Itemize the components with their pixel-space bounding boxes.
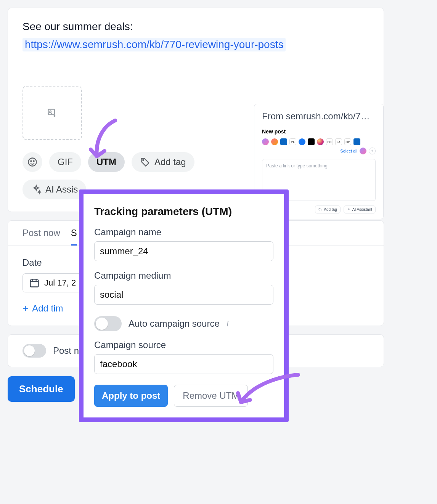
compose-link[interactable]: https://www.semrush.com/kb/770-reviewing… — [22, 38, 286, 51]
svg-point-3 — [31, 161, 31, 162]
profile-avatar[interactable] — [271, 138, 278, 145]
composer-card: See our summer deals: https://www.semrus… — [8, 8, 384, 212]
add-time-label: Add tim — [32, 303, 63, 314]
profile-avatar[interactable]: PL — [289, 138, 296, 145]
gif-button[interactable]: GIF — [49, 152, 81, 172]
add-profile-button[interactable]: + — [369, 148, 376, 154]
preview-from-text: From semrush.com/kb/7… — [262, 111, 376, 122]
apply-to-post-button[interactable]: Apply to post — [94, 385, 168, 407]
date-picker[interactable]: Jul 17, 2 — [22, 273, 84, 292]
profile-avatar-x[interactable] — [308, 138, 315, 145]
add-tag-label: Add tag — [154, 157, 186, 167]
campaign-source-input[interactable] — [94, 354, 273, 374]
info-icon[interactable]: i — [227, 319, 229, 329]
utm-popover: Tracking parameters (UTM) Campaign name … — [79, 189, 289, 422]
campaign-name-input[interactable] — [94, 241, 273, 261]
plus-icon: + — [22, 302, 28, 314]
sparkle-icon — [31, 184, 42, 195]
post-multiple-label: Post n — [53, 345, 79, 356]
media-upload-dropzone[interactable] — [22, 86, 82, 140]
profile-avatar-linkedin[interactable] — [353, 138, 360, 145]
profile-avatar[interactable]: OP — [344, 138, 351, 145]
campaign-source-label: Campaign source — [94, 340, 273, 350]
profile-avatar[interactable]: JA — [335, 138, 342, 145]
add-tag-button[interactable]: Add tag — [132, 152, 194, 172]
tab-post-now[interactable]: Post now — [22, 228, 60, 246]
auto-source-toggle[interactable] — [94, 316, 122, 331]
campaign-medium-label: Campaign medium — [94, 270, 273, 281]
utm-actions: Apply to post Remove UTM — [94, 385, 273, 407]
sparkle-icon — [347, 208, 351, 212]
remove-utm-button[interactable]: Remove UTM — [174, 385, 248, 407]
ai-assistant-label: AI Assis — [45, 184, 78, 195]
calendar-icon — [29, 278, 40, 288]
profile-avatar-instagram[interactable] — [317, 138, 324, 145]
auto-source-row: Auto campaign source i — [94, 316, 273, 331]
date-value: Jul 17, 2 — [44, 278, 76, 288]
compose-prefix-text: See our summer deals: — [22, 19, 369, 35]
svg-point-5 — [143, 159, 144, 161]
image-add-icon — [47, 108, 58, 118]
preview-ai-assistant-chip[interactable]: AI Assistant — [344, 205, 376, 213]
tag-icon — [318, 208, 322, 212]
utm-button[interactable]: UTM — [88, 152, 125, 172]
preview-add-tag-label: Add tag — [324, 207, 337, 212]
post-multiple-toggle[interactable] — [22, 344, 46, 358]
utm-popover-title: Tracking parameters (UTM) — [94, 205, 273, 218]
svg-rect-6 — [31, 280, 39, 287]
emoji-icon — [27, 157, 38, 167]
svg-point-2 — [29, 158, 37, 166]
schedule-button[interactable]: Schedule — [8, 376, 75, 402]
profile-avatar-row: PL FO JA OP Select all + — [262, 138, 376, 154]
auto-source-label: Auto campaign source — [129, 318, 220, 329]
profile-avatar[interactable]: FO — [326, 138, 333, 145]
campaign-medium-input[interactable] — [94, 285, 273, 305]
profile-avatar[interactable] — [360, 148, 366, 154]
svg-point-4 — [33, 161, 34, 162]
utm-label: UTM — [96, 157, 116, 167]
gif-label: GIF — [58, 157, 73, 167]
tab-schedule[interactable]: S — [71, 228, 77, 246]
preview-add-tag-chip[interactable]: Add tag — [315, 205, 340, 213]
profile-avatar[interactable] — [262, 138, 269, 145]
campaign-name-label: Campaign name — [94, 227, 273, 238]
profile-avatar-facebook[interactable] — [299, 138, 305, 145]
profile-avatar-linkedin[interactable] — [280, 138, 287, 145]
preview-new-post-title: New post — [262, 128, 376, 135]
preview-ai-label: AI Assistant — [352, 207, 372, 212]
emoji-button[interactable] — [22, 152, 42, 172]
tag-icon — [140, 157, 151, 167]
select-all-link[interactable]: Select all — [340, 149, 357, 153]
ai-assistant-button[interactable]: AI Assis — [22, 180, 86, 199]
